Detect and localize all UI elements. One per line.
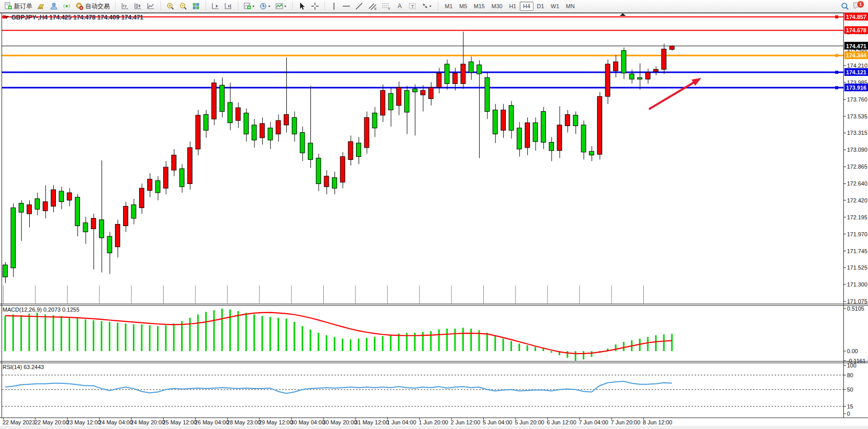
candle (517, 128, 522, 149)
timeframe-H1[interactable]: H1 (506, 2, 519, 11)
candle (212, 83, 216, 119)
macd-bar (197, 314, 199, 351)
signals-button[interactable] (61, 1, 73, 12)
timeframe-M1[interactable]: M1 (442, 2, 456, 11)
candle (268, 128, 272, 140)
macd-bar (655, 335, 657, 351)
candlestick-button[interactable] (132, 1, 144, 12)
text-button[interactable]: A (393, 1, 406, 12)
cursor-button[interactable] (296, 1, 308, 12)
timeframe-D1[interactable]: D1 (534, 2, 547, 11)
macd-bar (69, 317, 70, 351)
candle (405, 90, 409, 112)
macd-bar (535, 347, 536, 351)
periods-button[interactable] (258, 1, 273, 12)
vertical-line-icon (330, 2, 338, 10)
text-label-icon: T (408, 2, 417, 10)
clock-icon (260, 2, 271, 10)
timeframe-M15[interactable]: M15 (471, 2, 488, 11)
chart-background (0, 13, 868, 426)
candle (188, 148, 192, 183)
notifications-button[interactable]: 1 (853, 1, 863, 11)
search-icon[interactable] (840, 2, 850, 11)
candle (195, 115, 200, 149)
quotes-button[interactable] (35, 1, 47, 12)
hline-handle[interactable] (835, 86, 838, 89)
hline-handle[interactable] (835, 71, 838, 74)
chart-canvas[interactable]: 22 May 202322 May 20:0023 May 12:0024 Ma… (0, 13, 868, 429)
arrows-button[interactable] (419, 1, 435, 12)
candle (589, 151, 594, 155)
candle (123, 206, 128, 226)
svg-text:F: F (388, 7, 390, 10)
zoom-out-button[interactable] (177, 1, 189, 12)
chart-area: 22 May 202322 May 20:0023 May 12:0024 Ma… (0, 13, 868, 429)
macd-bar (486, 333, 488, 351)
timeframe-M5[interactable]: M5 (456, 2, 470, 11)
new-order-button[interactable]: 新订单 (2, 1, 34, 12)
vertical-line-button[interactable] (328, 1, 340, 12)
auto-trading-button[interactable]: 自动交易 (73, 1, 112, 12)
crosshair-icon (311, 2, 319, 10)
candle (421, 90, 425, 95)
timeframe-MN[interactable]: MN (563, 2, 578, 11)
bar-chart-icon (121, 2, 129, 10)
toolbar-separator (291, 2, 294, 11)
price-tick-label: 174.210 (847, 63, 867, 69)
time-axis-label: 22 May 20:00 (34, 419, 69, 425)
candle (388, 93, 393, 110)
candle (477, 65, 481, 74)
equidistant-channel-button[interactable]: E (366, 1, 379, 12)
time-axis-label: 7 Jun 20:00 (611, 419, 641, 425)
rsi-tick-label: 50 (847, 386, 853, 393)
profile-icon (50, 2, 58, 10)
candle (662, 49, 666, 70)
time-axis-label: 30 May 20:00 (323, 419, 357, 425)
profile-button[interactable] (48, 1, 60, 12)
crosshair-button[interactable] (309, 1, 321, 12)
macd-bar (615, 344, 617, 351)
indicators-button[interactable] (273, 1, 289, 12)
hline-handle[interactable] (835, 54, 838, 57)
macd-bar (454, 329, 456, 351)
chart-shift-button[interactable] (222, 1, 234, 12)
fibonacci-button[interactable]: F (380, 1, 393, 12)
timeframe-M30[interactable]: M30 (488, 2, 505, 11)
toolbar-separator (114, 2, 117, 11)
macd-bar (398, 334, 400, 351)
text-label-button[interactable]: T (406, 1, 419, 12)
price-tick-label: 173.090 (847, 147, 867, 153)
macd-bar (302, 326, 303, 351)
trendline-button[interactable] (353, 1, 365, 12)
tile-windows-button[interactable] (190, 1, 202, 12)
line-chart-button[interactable] (145, 1, 157, 12)
candle (629, 74, 634, 79)
candle (364, 117, 369, 148)
zoom-in-button[interactable] (164, 1, 176, 12)
macd-bar (519, 343, 520, 351)
candle (654, 69, 658, 71)
timeframe-W1[interactable]: W1 (548, 2, 563, 11)
time-axis-label: 1 Jun 20:00 (419, 419, 448, 425)
bar-chart-button[interactable] (119, 1, 131, 12)
auto-scroll-icon (211, 2, 220, 10)
time-axis-label: 24 May 04:00 (98, 419, 133, 425)
macd-bar (238, 311, 239, 351)
price-tick-label: 172.865 (847, 164, 867, 170)
candle (220, 85, 224, 111)
candle (147, 179, 152, 191)
price-tick-label: 171.300 (847, 281, 867, 288)
macd-bar (647, 337, 648, 351)
hline-handle[interactable] (835, 15, 838, 18)
candle (276, 120, 281, 134)
macd-bar (510, 341, 512, 351)
new-order-icon (4, 2, 12, 10)
auto-scroll-button[interactable] (209, 1, 222, 12)
macd-bar (591, 351, 593, 357)
macd-bar (446, 329, 448, 351)
timeframe-H4[interactable]: H4 (520, 2, 533, 11)
new-chart-button[interactable] (242, 1, 257, 12)
horizontal-line-button[interactable] (340, 1, 352, 12)
svg-text:T: T (411, 4, 415, 9)
channel-icon: E (368, 2, 377, 10)
